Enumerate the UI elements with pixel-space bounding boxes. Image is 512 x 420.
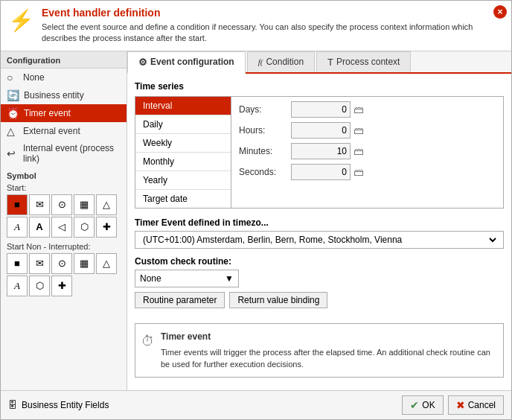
start-ni-btn-7[interactable]: ✚ [51, 276, 72, 296]
start-ni-btn-1[interactable]: ✉ [29, 253, 50, 274]
tab-event-config[interactable]: ⚙ Event configuration [127, 51, 246, 74]
start-ni-btn-4[interactable]: △ [96, 253, 117, 274]
tab-content-area: Time series Interval Daily Weekly Monthl… [127, 74, 511, 390]
configuration-section-title: Configuration [1, 51, 127, 69]
config-business-entity[interactable]: 🔄 Business entity [1, 86, 127, 104]
days-copy-icon[interactable]: 🗃 [353, 104, 364, 115]
start-buttons-grid: ■ ✉ ⊙ ▦ △ A A ◁ ⬡ ✚ [7, 194, 121, 238]
hours-copy-icon[interactable]: 🗃 [353, 124, 364, 136]
business-entity-icon: 🔄 [7, 89, 19, 101]
config-none[interactable]: ○ None [1, 69, 127, 86]
footer-right-buttons: ✔ OK ✖ Cancel [402, 395, 504, 415]
tab-bar: ⚙ Event configuration f( Condition T Pro… [127, 51, 511, 74]
config-timer-event[interactable]: ⏰ Timer event [1, 104, 127, 122]
start-btn-6[interactable]: A [29, 217, 50, 238]
dialog-footer: 🗄 Business Entity Fields ✔ OK ✖ Cancel [1, 390, 511, 419]
seconds-input[interactable] [291, 164, 351, 180]
start-btn-0[interactable]: ■ [7, 194, 28, 215]
timezone-select-input[interactable]: (UTC+01:00) Amsterdam, Berlin, Bern, Rom… [140, 234, 499, 246]
cancel-label: Cancel [468, 400, 496, 410]
start-btn-3[interactable]: ▦ [74, 194, 95, 215]
ts-interval[interactable]: Interval [135, 97, 231, 115]
minutes-input[interactable] [291, 143, 351, 159]
timezone-select[interactable]: (UTC+01:00) Amsterdam, Berlin, Bern, Rom… [135, 231, 504, 249]
start-non-interrupted-label: Start Non - Interrupted: [7, 242, 121, 251]
time-series-layout: Interval Daily Weekly Monthly Yearly Tar… [135, 96, 504, 209]
business-entity-fields-button[interactable]: 🗄 Business Entity Fields [8, 400, 109, 410]
days-label: Days: [239, 104, 291, 115]
external-event-icon: △ [7, 125, 19, 137]
right-panel: ⚙ Event configuration f( Condition T Pro… [127, 51, 511, 390]
config-internal-event[interactable]: ↩ Internal event (process link) [1, 140, 127, 167]
time-series-list: Interval Daily Weekly Monthly Yearly Tar… [135, 96, 231, 209]
dialog-title: Event handler definition [42, 7, 504, 19]
ts-daily[interactable]: Daily [135, 115, 231, 134]
info-timer-icon: ⏱ [141, 331, 155, 351]
start-btn-4[interactable]: △ [96, 194, 117, 215]
info-content: Timer event Timer events will trigger th… [161, 330, 497, 371]
symbol-section: Symbol Start: ■ ✉ ⊙ ▦ △ A A ◁ ⬡ ✚ Start … [1, 167, 127, 305]
ts-monthly[interactable]: Monthly [135, 153, 231, 171]
tab-process-context[interactable]: T Process context [316, 51, 411, 72]
warning-icon: ⚡ [8, 8, 34, 33]
start-ni-btn-6[interactable]: ⬡ [29, 276, 50, 296]
start-ni-btn-2[interactable]: ⊙ [51, 253, 72, 274]
start-btn-5[interactable]: A [7, 217, 28, 238]
dialog-description: Select the event source and define a con… [42, 22, 504, 45]
dialog-body: Configuration ○ None 🔄 Business entity ⏰… [1, 51, 511, 390]
timezone-label: Timer Event defined in timezo... [135, 217, 504, 228]
timer-event-icon: ⏰ [7, 107, 19, 119]
custom-check-dropdown-icon: ▼ [225, 273, 234, 284]
ok-button[interactable]: ✔ OK [402, 395, 443, 415]
info-text: Timer events will trigger the process af… [161, 346, 497, 371]
start-btn-9[interactable]: ✚ [96, 217, 117, 238]
time-series-label: Time series [135, 81, 504, 92]
custom-check-select[interactable]: None ▼ [135, 270, 239, 287]
seconds-label: Seconds: [239, 167, 291, 177]
start-btn-1[interactable]: ✉ [29, 194, 50, 215]
process-context-tab-label: Process context [336, 57, 400, 67]
none-icon: ○ [7, 71, 19, 83]
config-external-event[interactable]: △ External event [1, 122, 127, 140]
ts-yearly[interactable]: Yearly [135, 171, 231, 190]
custom-check-label: Custom check routine: [135, 256, 504, 267]
symbol-section-title: Symbol [7, 171, 121, 180]
internal-event-icon: ↩ [7, 147, 19, 159]
timezone-section: Timer Event defined in timezo... (UTC+01… [135, 217, 504, 249]
seconds-row: Seconds: 🗃 [239, 164, 496, 180]
custom-check-value: None [140, 273, 161, 284]
routine-buttons: Routine parameter Return value binding [135, 292, 504, 308]
event-handler-dialog: ⚡ Event handler definition Select the ev… [0, 0, 512, 420]
start-btn-7[interactable]: ◁ [51, 217, 72, 238]
info-title: Timer event [161, 330, 497, 343]
ts-target-date[interactable]: Target date [135, 190, 231, 208]
dialog-header: ⚡ Event handler definition Select the ev… [1, 1, 511, 51]
days-row: Days: 🗃 [239, 101, 496, 118]
seconds-copy-icon[interactable]: 🗃 [353, 166, 364, 178]
cancel-button[interactable]: ✖ Cancel [448, 395, 504, 415]
minutes-row: Minutes: 🗃 [239, 143, 496, 159]
close-button[interactable]: × [493, 5, 507, 19]
ts-weekly[interactable]: Weekly [135, 134, 231, 153]
start-ni-btn-5[interactable]: A [7, 276, 28, 296]
event-config-tab-label: Event configuration [150, 57, 234, 67]
minutes-copy-icon[interactable]: 🗃 [353, 145, 364, 157]
hours-input[interactable] [291, 122, 351, 139]
cancel-icon: ✖ [456, 399, 465, 411]
start-ni-btn-0[interactable]: ■ [7, 253, 28, 274]
start-label: Start: [7, 183, 121, 192]
ok-icon: ✔ [410, 399, 419, 411]
return-value-button[interactable]: Return value binding [229, 292, 327, 308]
condition-tab-icon: f( [258, 57, 263, 66]
start-btn-8[interactable]: ⬡ [74, 217, 95, 238]
start-btn-2[interactable]: ⊙ [51, 194, 72, 215]
start-ni-btn-3[interactable]: ▦ [74, 253, 95, 274]
days-input[interactable] [291, 101, 351, 118]
footer-left-label: Business Entity Fields [22, 400, 109, 410]
routine-param-button[interactable]: Routine parameter [135, 292, 225, 308]
event-config-tab-icon: ⚙ [138, 57, 147, 68]
hours-row: Hours: 🗃 [239, 122, 496, 139]
condition-tab-label: Condition [266, 57, 304, 67]
footer-db-icon: 🗄 [8, 400, 17, 410]
tab-condition[interactable]: f( Condition [247, 51, 315, 72]
